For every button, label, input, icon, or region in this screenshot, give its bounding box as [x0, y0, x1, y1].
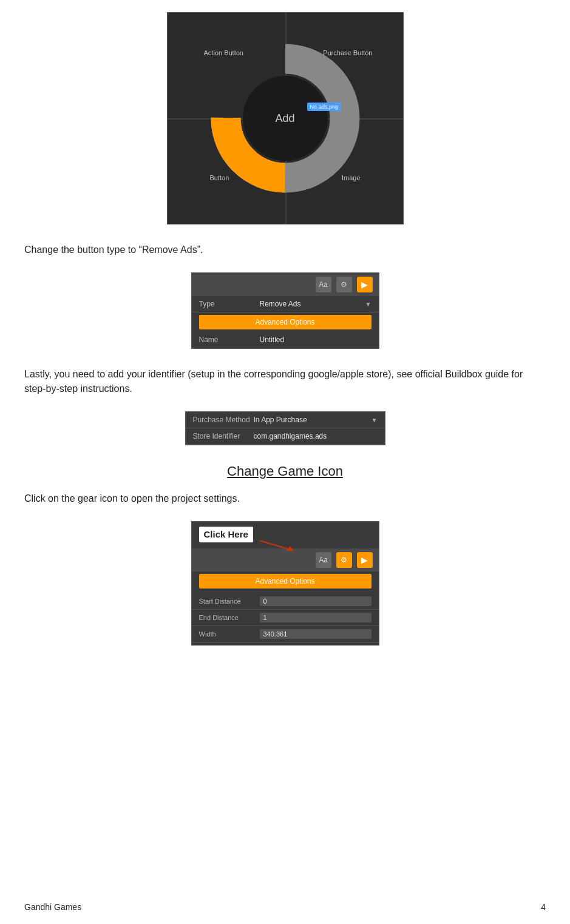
paragraph2: Lastly, you need to add your identifier … [24, 367, 546, 396]
aa-button[interactable]: Aa [316, 277, 331, 292]
width-row: Width 340.361 [192, 626, 379, 642]
purchase-method-value[interactable]: In App Purchase ▼ [254, 416, 378, 424]
store-id-row: Store Identifier com.gandhigames.ads [186, 428, 385, 445]
change-game-icon-heading: Change Game Icon [24, 464, 546, 479]
paragraph1: Change the button type to “Remove Ads”. [24, 243, 546, 257]
name-row: Name Untitled [192, 332, 379, 348]
chart-box: Action Button Purchase Button Button Ima… [167, 12, 404, 224]
button-label: Button [210, 174, 229, 181]
purchase-btn-label: Purchase Button [323, 49, 372, 56]
width-label: Width [199, 630, 260, 638]
gear-panel-container: Click Here Aa ⚙ ▶ Advanced Options Start… [24, 521, 546, 646]
arrow-icon [260, 538, 296, 556]
image-label: Image [342, 174, 361, 181]
footer-company: Gandhi Games [24, 902, 81, 912]
paragraph3: Click on the gear icon to open the proje… [24, 491, 546, 506]
advanced-options-button[interactable]: Advanced Options [199, 315, 372, 329]
panel1-toolbar: Aa ⚙ ▶ [192, 273, 379, 296]
type-row: Type Remove Ads ▼ [192, 296, 379, 312]
start-distance-row: Start Distance 0 [192, 593, 379, 610]
gear-button[interactable]: ⚙ [336, 277, 352, 292]
end-distance-row: End Distance 1 [192, 610, 379, 626]
purchase-panel: Purchase Method In App Purchase ▼ Store … [185, 411, 385, 445]
gear-gear-button[interactable]: ⚙ [336, 552, 352, 568]
name-value: Untitled [260, 336, 372, 344]
name-label: Name [199, 336, 260, 344]
svg-point-4 [243, 76, 328, 161]
panel1: Aa ⚙ ▶ Type Remove Ads ▼ Advanced Option… [191, 272, 379, 349]
gear-advanced-options-button[interactable]: Advanced Options [199, 574, 372, 588]
end-distance-value: 1 [260, 613, 372, 622]
svg-line-5 [260, 541, 290, 550]
purchase-dropdown-arrow-icon: ▼ [372, 417, 378, 423]
page-content: Action Button Purchase Button Button Ima… [24, 12, 546, 646]
footer-page-number: 4 [541, 902, 546, 912]
click-here-label: Click Here [204, 529, 248, 539]
action-btn-label: Action Button [204, 49, 243, 56]
purchase-panel-container: Purchase Method In App Purchase ▼ Store … [24, 411, 546, 445]
gear-fields-section: Start Distance 0 End Distance 1 Width 34… [192, 591, 379, 645]
noads-badge: No-ads.png [307, 103, 342, 111]
end-distance-label: End Distance [199, 614, 260, 621]
footer: Gandhi Games 4 [24, 902, 546, 912]
dropdown-arrow-icon: ▼ [365, 301, 372, 308]
start-distance-value: 0 [260, 596, 372, 606]
purchase-method-label: Purchase Method [193, 416, 254, 424]
store-id-value: com.gandhigames.ads [254, 432, 378, 440]
gear-panel: Click Here Aa ⚙ ▶ Advanced Options Start… [191, 521, 379, 646]
gear-play-button[interactable]: ▶ [357, 552, 373, 568]
gear-aa-button[interactable]: Aa [316, 552, 331, 568]
type-label: Type [199, 300, 260, 308]
type-value[interactable]: Remove Ads ▼ [260, 300, 372, 308]
width-value: 340.361 [260, 629, 372, 639]
store-id-label: Store Identifier [193, 432, 254, 440]
panel1-container: Aa ⚙ ▶ Type Remove Ads ▼ Advanced Option… [24, 272, 546, 349]
chart-container: Action Button Purchase Button Button Ima… [24, 12, 546, 224]
start-distance-label: Start Distance [199, 598, 260, 605]
play-button[interactable]: ▶ [357, 277, 373, 292]
purchase-method-row: Purchase Method In App Purchase ▼ [186, 412, 385, 428]
